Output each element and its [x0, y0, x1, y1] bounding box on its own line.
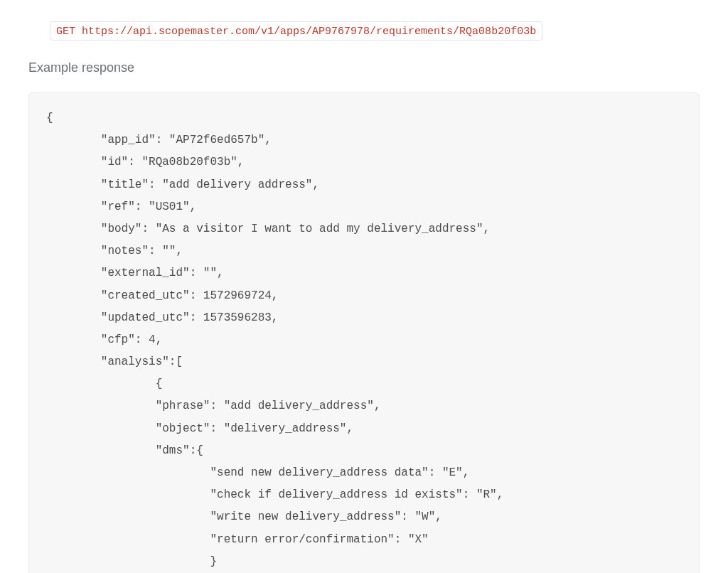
response-block: { "app_id": "AP72f6ed657b", "id": "RQa08…	[28, 92, 700, 573]
request-code: GET https://api.scopemaster.com/v1/apps/…	[56, 26, 536, 38]
request-method: GET	[56, 26, 75, 38]
response-json: { "app_id": "AP72f6ed657b", "id": "RQa08…	[46, 107, 682, 573]
request-line: GET https://api.scopemaster.com/v1/apps/…	[50, 21, 542, 41]
section-heading: Example response	[28, 60, 700, 75]
request-url: https://api.scopemaster.com/v1/apps/AP97…	[82, 26, 536, 38]
